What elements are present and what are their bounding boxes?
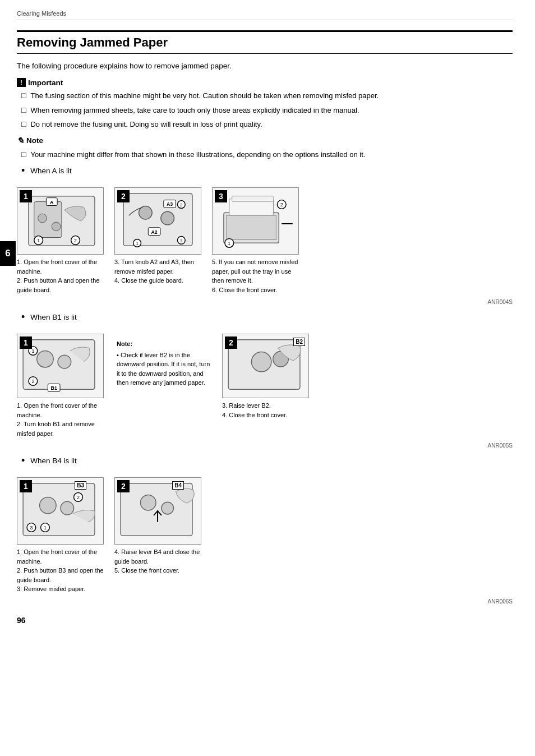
svg-text:1: 1 xyxy=(31,348,34,354)
svg-text:2: 2 xyxy=(180,202,182,208)
svg-rect-28 xyxy=(232,196,274,202)
section-a-header: • When A is lit xyxy=(17,167,513,181)
anr-a-code: ANR004S xyxy=(17,299,513,305)
svg-text:3: 3 xyxy=(180,238,183,243)
svg-text:3: 3 xyxy=(30,525,33,531)
important-item: □The fusing section of this machine migh… xyxy=(17,90,513,102)
note-list: □Your machine might differ from that sho… xyxy=(17,149,513,160)
section-a-illustrations: 1 A 1 xyxy=(17,187,513,294)
section-b1-illustrations: 1 B1 1 2 xyxy=(17,334,513,438)
illus-b1-caption1: 1. Open the front cover of the machine. … xyxy=(17,401,107,438)
illus-a2-img: 2 A3 A2 xyxy=(114,187,201,255)
illus-b4-img2: 2 B4 xyxy=(114,477,201,545)
illus-b1-caption2: 3. Raise lever B2. 4. Close the front co… xyxy=(222,401,287,420)
svg-text:1: 1 xyxy=(136,241,138,246)
illus-b4-caption2: 4. Raise lever B4 and close the guide bo… xyxy=(114,547,204,575)
illus-b4-1: 1 B3 1 2 3 xyxy=(17,477,107,594)
section-b1-header: • When B1 is lit xyxy=(17,313,513,327)
important-item: □Do not remove the fusing unit. Doing so… xyxy=(17,119,513,130)
illus-b1-img2: 2 B2 xyxy=(222,334,309,398)
chapter-number: 6 xyxy=(5,248,10,259)
page-title: Removing Jammed Paper xyxy=(17,30,513,54)
svg-text:B1: B1 xyxy=(51,385,57,391)
illus-b4-caption1: 1. Open the front cover of the machine. … xyxy=(17,547,107,594)
svg-point-18 xyxy=(161,211,174,225)
important-item: □When removing jammed sheets, take care … xyxy=(17,105,513,116)
svg-point-47 xyxy=(61,501,74,515)
svg-point-34 xyxy=(37,351,53,367)
svg-text:A: A xyxy=(50,200,54,205)
illus-b1-img1: 1 B1 1 2 xyxy=(17,334,104,398)
illus-a3-img: 3 1 xyxy=(212,187,299,255)
anr-b4-code: ANR006S xyxy=(17,598,513,605)
svg-text:2: 2 xyxy=(280,202,283,208)
note-icon: ✎ xyxy=(17,136,24,146)
note-header: ✎ Note xyxy=(17,136,513,146)
svg-text:2: 2 xyxy=(74,238,77,243)
illus-a2-caption: 3. Turn knob A2 and A3, then remove misf… xyxy=(114,257,204,285)
svg-text:!: ! xyxy=(20,79,22,86)
illus-b4-2: 2 B4 4. Raise lever B4 xyxy=(114,477,204,594)
svg-point-35 xyxy=(58,355,71,368)
svg-text:2: 2 xyxy=(31,379,34,384)
svg-point-46 xyxy=(40,497,57,514)
b1-note-text: • Check if lever B2 is in the downward p… xyxy=(117,351,212,388)
page-number: 96 xyxy=(17,616,513,625)
illus-b1-1: 1 B1 1 2 xyxy=(17,334,107,438)
svg-text:1: 1 xyxy=(37,238,40,243)
svg-text:A2: A2 xyxy=(151,229,157,235)
note-item: □Your machine might differ from that sho… xyxy=(17,149,513,160)
important-header: ! Important xyxy=(17,78,513,87)
illus-a1: 1 A 1 xyxy=(17,187,107,294)
svg-point-56 xyxy=(162,502,174,514)
illus-a3-caption: 5. If you can not remove misfed paper, p… xyxy=(212,257,302,294)
svg-text:1: 1 xyxy=(228,241,230,246)
b1-note-box: Note: • Check if lever B2 is in the down… xyxy=(117,339,212,388)
svg-text:2: 2 xyxy=(77,495,80,500)
svg-text:1: 1 xyxy=(44,525,47,531)
svg-rect-26 xyxy=(227,215,276,239)
illus-a1-img: 1 A 1 xyxy=(17,187,104,255)
anr-b1-code: ANR005S xyxy=(17,442,513,449)
svg-text:A3: A3 xyxy=(167,201,173,207)
important-list: □The fusing section of this machine migh… xyxy=(17,90,513,130)
section-b4-header: • When B4 is lit xyxy=(17,457,513,471)
svg-point-6 xyxy=(38,214,47,223)
svg-point-43 xyxy=(251,352,271,371)
section-b4-illustrations: 1 B3 1 2 3 xyxy=(17,477,513,594)
svg-point-55 xyxy=(141,495,156,510)
svg-point-7 xyxy=(52,222,61,231)
breadcrumb: Clearing Misfeeds xyxy=(17,10,513,20)
illus-a3: 3 1 xyxy=(212,187,302,294)
illus-b1-2: 2 B2 3. Raise lever B2. 4. C xyxy=(222,334,309,420)
illus-a1-caption: 1. Open the front cover of the machine. … xyxy=(17,257,107,294)
intro-text: The following procedure explains how to … xyxy=(17,62,513,70)
chapter-tab: 6 xyxy=(0,241,16,266)
illus-a2: 2 A3 A2 xyxy=(114,187,204,294)
illus-b4-img1: 1 B3 1 2 3 xyxy=(17,477,104,545)
important-icon: ! xyxy=(17,78,26,87)
